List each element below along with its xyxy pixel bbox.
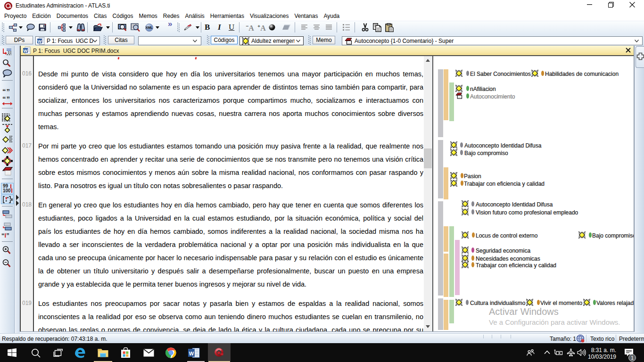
svg-text:W: W	[38, 39, 42, 44]
svg-text:XML: XML	[146, 26, 153, 29]
svg-text:W: W	[189, 351, 194, 356]
svg-text:W: W	[24, 49, 28, 53]
